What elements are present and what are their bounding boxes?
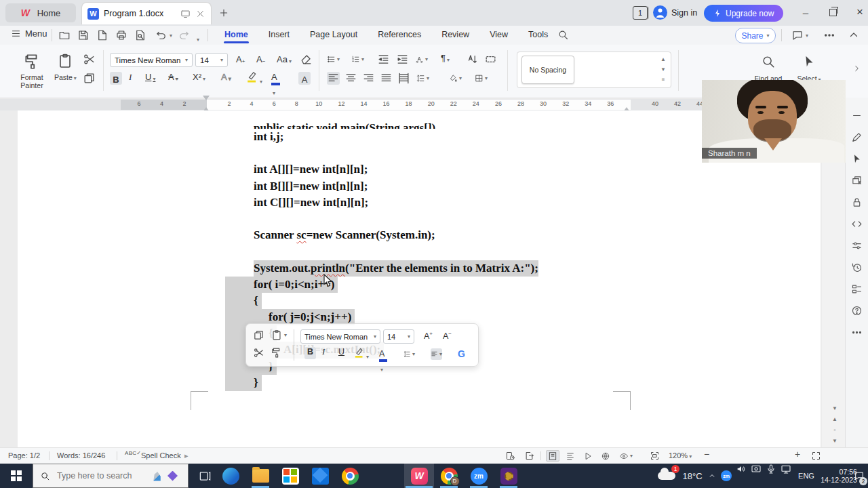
font-size-combo[interactable]: 14 [195,53,228,67]
page-indicator[interactable]: Page: 1/2 [8,451,40,460]
font-name-combo[interactable]: Times New Roman [110,53,193,67]
sidebar-tree-icon[interactable] [851,283,863,295]
sidebar-sliders-icon[interactable] [851,240,863,251]
taskbar-zoom[interactable]: zm [464,464,494,488]
sidebar-pen-icon[interactable] [851,131,863,143]
mini-underline-button[interactable]: U [338,347,344,357]
style-no-spacing[interactable]: No Spacing [521,56,574,84]
align-center-icon[interactable] [344,72,357,85]
menu-button[interactable]: Menu [11,28,47,39]
mini-format-painter-icon[interactable] [271,347,282,359]
language-indicator[interactable]: ENG [795,464,818,488]
mini-italic-button[interactable]: I [322,347,325,357]
find-replace-icon[interactable] [761,54,776,69]
upgrade-button[interactable]: Upgrade now [704,5,783,22]
decrease-indent-icon[interactable] [377,53,390,66]
undo-icon[interactable] [155,29,172,41]
taskbar-store[interactable] [275,464,305,488]
browse-object-icon[interactable]: ▫ [830,425,840,434]
italic-button[interactable]: I [129,72,132,83]
comment-icon[interactable] [791,29,808,41]
google-search-button[interactable]: G [458,348,465,359]
bold-button[interactable]: B [110,72,122,85]
search-icon[interactable] [557,29,569,41]
print-preview-icon[interactable] [134,29,146,41]
borders-icon[interactable] [475,72,488,85]
code-line[interactable] [254,211,796,227]
notification-center[interactable]: 2 [850,464,868,488]
mini-highlight-button[interactable] [353,347,369,361]
gallery-down-icon[interactable]: ▼ [658,65,668,73]
restore-button[interactable] [819,0,846,24]
first-line-indent-marker[interactable] [203,96,210,100]
taskbar-chrome[interactable] [335,464,365,488]
code-line[interactable]: Scanner sc=new Scanner(System.in); [254,227,796,243]
previous-page-icon[interactable]: ▲ [830,414,840,424]
mini-shrink-font-button[interactable]: A− [443,331,452,341]
sidebar-history-icon[interactable] [851,262,863,273]
mini-bold-button[interactable]: B [304,347,316,359]
sidebar-cursor-icon[interactable] [851,153,863,165]
eye-protect-icon[interactable] [616,450,635,462]
export-icon[interactable] [96,29,108,41]
numbered-list-icon[interactable] [351,53,364,66]
sign-in-link[interactable]: Sign in [671,8,697,18]
redo-icon[interactable] [178,29,190,41]
char-shading-button[interactable]: A [298,72,311,85]
mini-cut-icon[interactable] [253,347,264,359]
code-line[interactable]: int C[][]=new int[n][n]; [254,195,796,211]
mini-line-spacing-icon[interactable] [403,348,415,360]
spell-check-expand-icon[interactable]: ▸ [184,451,189,460]
save-icon[interactable] [77,29,90,41]
format-painter-icon[interactable] [23,53,41,70]
line-spacing-icon[interactable] [416,72,429,85]
avatar[interactable] [653,5,667,20]
network-icon[interactable] [778,464,793,474]
code-line[interactable]: { [254,293,796,309]
gallery-more-icon[interactable]: ≡ [658,75,668,83]
task-view-button[interactable] [191,464,218,488]
weather-temp[interactable]: 18°C [679,464,705,488]
show-marks-icon[interactable] [484,53,497,66]
read-mode-icon[interactable] [581,450,595,462]
search-input[interactable] [56,470,146,481]
mini-copy-icon[interactable] [253,329,264,341]
paste-icon[interactable] [57,53,73,69]
switch-mode-icon[interactable] [524,451,534,461]
expand-ribbon-icon[interactable] [852,64,861,73]
close-button[interactable]: × [846,0,868,24]
taskbar-mail[interactable] [305,464,335,488]
sidebar-dotsh-icon[interactable] [851,327,863,338]
text-effects-button[interactable]: A [221,72,231,82]
code-line[interactable]: System.out.println("Enter the elements i… [254,260,796,277]
more-options-icon[interactable] [823,29,835,41]
code-line[interactable] [254,243,796,260]
sort-icon[interactable] [465,53,478,66]
code-line[interactable]: int B[][]=new int[n][n]; [254,178,796,195]
scroll-down-icon[interactable]: ▼ [830,403,840,413]
cut-icon[interactable] [83,53,96,66]
task-window-icon[interactable] [505,451,515,461]
outline-view-icon[interactable] [564,450,577,462]
window-count-badge[interactable]: 1 [633,6,648,20]
change-case-button[interactable]: Aa [277,54,292,64]
close-tab-icon[interactable] [195,9,205,19]
start-button[interactable] [0,464,33,488]
wps-home-tab[interactable]: W Home [5,3,76,22]
minimize-button[interactable]: – [792,0,819,24]
open-icon[interactable] [58,29,71,41]
code-line[interactable]: for( i=0;i<n;i++) [254,277,796,293]
mini-font-size-combo[interactable]: 14 [383,329,414,344]
spell-check-label[interactable]: Spell Check [141,451,181,460]
new-tab-button[interactable] [218,7,229,18]
paragraph-mark-button[interactable]: ¶ [441,53,450,63]
taskbar-ide[interactable] [494,464,524,488]
mini-font-color-button[interactable]: A [379,347,387,374]
code-line[interactable]: } [254,375,796,391]
volume-icon[interactable] [734,464,749,474]
mini-align-icon[interactable] [431,348,442,360]
tray-expand-icon[interactable] [705,464,719,488]
taskbar-chrome-profile[interactable]: D [434,464,464,488]
fit-page-icon[interactable] [650,451,660,461]
align-right-icon[interactable] [362,72,375,85]
